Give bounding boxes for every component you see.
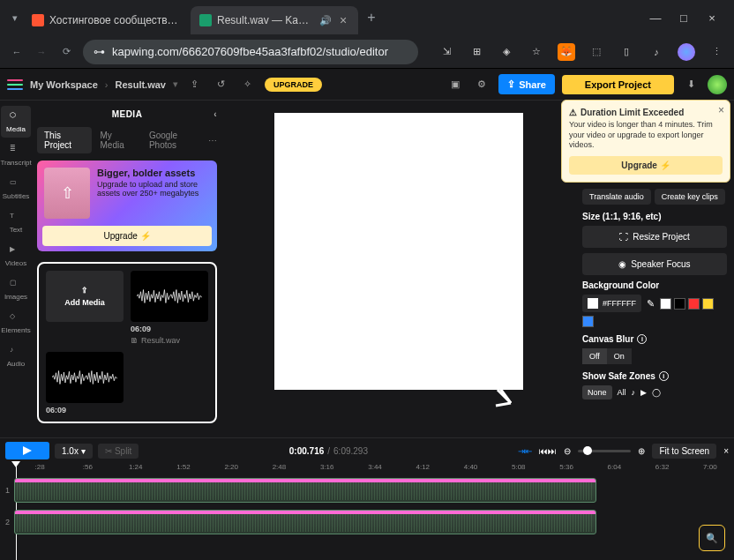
resize-project-button[interactable]: ⛶Resize Project (582, 226, 727, 248)
rail-item-audio[interactable]: ♪Audio (1, 340, 31, 372)
settings-icon[interactable]: ⚙ (472, 75, 491, 94)
file-icon: 🗎 (131, 336, 139, 345)
rail-item-elements[interactable]: ◇Elements (1, 307, 31, 339)
video-canvas[interactable] (274, 113, 523, 390)
translate-audio-button[interactable]: Translate audio (582, 189, 651, 205)
promo-card: ⇧ Bigger, bolder assets Upgrade to uploa… (37, 161, 217, 251)
music-icon[interactable]: ♪ (648, 43, 665, 61)
minimize-button[interactable]: — (649, 11, 662, 25)
subtab-google-photos[interactable]: Google Photos (142, 127, 206, 153)
site-security-icon[interactable]: ⊶ (94, 45, 105, 58)
youtube-icon[interactable]: ▶ (640, 388, 647, 397)
history-icon[interactable]: ↺ (212, 75, 231, 94)
add-media-button[interactable]: ⇪ Add Media (46, 271, 124, 322)
back-button[interactable]: ← (9, 44, 25, 60)
search-fab[interactable]: 🔍 (699, 525, 725, 551)
instagram-icon[interactable]: ◯ (652, 388, 661, 397)
lens-icon[interactable]: ◈ (498, 43, 515, 61)
breadcrumb-workspace[interactable]: My Workspace (30, 79, 98, 90)
maximize-button[interactable]: □ (678, 11, 690, 25)
subtab-this-project[interactable]: This Project (37, 127, 92, 153)
magic-icon[interactable]: ✧ (238, 75, 258, 94)
rail-item-videos[interactable]: ▶Videos (1, 240, 31, 272)
close-timeline-icon[interactable]: × (723, 446, 729, 456)
close-icon[interactable]: × (337, 14, 349, 26)
rail-item-transcript[interactable]: ≣Transcript (1, 139, 31, 171)
url-input[interactable]: ⊶ kapwing.com/666207609fbe45aa3fafbf02/s… (83, 40, 418, 64)
play-button[interactable] (5, 442, 49, 459)
close-icon[interactable]: × (718, 104, 724, 116)
metamask-icon[interactable]: 🦊 (558, 43, 575, 61)
media-duration: 06:09 (131, 325, 208, 333)
browser-tab[interactable]: Хостинговое сообщество «Tim (23, 6, 191, 34)
timeline-ruler[interactable]: :28:561:241:522:202:483:163:444:124:405:… (0, 463, 734, 477)
rail-item-media[interactable]: ⬡Media (1, 106, 31, 138)
media-panel: MEDIA ‹ This Project My Media Google Pho… (32, 101, 222, 437)
audio-clip[interactable] (14, 478, 596, 503)
extensions-icon[interactable]: ⬚ (588, 43, 605, 61)
track-row: 1 (16, 477, 729, 504)
split-button[interactable]: ✂Split (98, 444, 139, 459)
browser-tab-active[interactable]: Result.wav — Kapwing 🔊 × (191, 6, 358, 34)
tab-dropdown-icon[interactable]: ▾ (7, 10, 23, 26)
eyedropper-icon[interactable]: ✎ (647, 298, 655, 310)
rail-item-subtitles[interactable]: ▭Subtitles (1, 173, 31, 205)
main-menu-button[interactable] (7, 79, 23, 90)
side-panel-icon[interactable]: ▯ (618, 43, 635, 61)
profile-avatar[interactable] (678, 43, 695, 61)
skip-controls-icon[interactable]: ⏮⏭ (539, 446, 557, 456)
new-tab-button[interactable]: + (363, 10, 379, 26)
swatch-black[interactable] (674, 298, 685, 310)
media-thumbnail[interactable] (46, 352, 124, 403)
fit-to-screen-button[interactable]: Fit to Screen (652, 444, 716, 459)
media-thumbnail[interactable] (131, 271, 208, 322)
breadcrumb-file[interactable]: Result.wav (116, 79, 166, 90)
install-app-icon[interactable]: ⇲ (438, 43, 455, 61)
speed-select[interactable]: 1.0x▾ (55, 444, 93, 459)
upgrade-pill[interactable]: UPGRADE (265, 78, 322, 92)
toast-upgrade-button[interactable]: Upgrade ⚡ (569, 156, 723, 175)
safe-all[interactable]: All (618, 388, 626, 397)
collapse-panel-icon[interactable]: ‹ (213, 109, 217, 119)
audio-clip[interactable] (14, 510, 596, 534)
swatch-red[interactable] (688, 298, 700, 310)
tab-speaker-icon[interactable]: 🔊 (319, 15, 332, 26)
kebab-menu-icon[interactable]: ⋮ (708, 43, 725, 61)
create-key-clips-button[interactable]: Create key clips (655, 189, 725, 205)
user-avatar[interactable] (708, 75, 727, 94)
media-icon: ⬡ (10, 111, 22, 123)
assets-icon[interactable]: ▣ (446, 75, 465, 94)
swatch-white[interactable] (660, 298, 671, 310)
snap-icon[interactable]: ⇥⇤ (518, 446, 532, 456)
swatch-blue[interactable] (582, 316, 594, 327)
promo-upgrade-button[interactable]: Upgrade ⚡ (42, 226, 212, 246)
audio-icon: ♪ (10, 346, 22, 358)
zoom-slider[interactable] (578, 450, 631, 452)
safe-none[interactable]: None (582, 385, 612, 399)
share-export-icon[interactable]: ⇪ (185, 75, 205, 94)
forward-button[interactable]: → (34, 44, 49, 60)
zoom-in-icon[interactable]: ⊕ (638, 446, 645, 456)
star-icon[interactable]: ☆ (528, 43, 545, 61)
reload-button[interactable]: ⟳ (58, 44, 74, 60)
rail-item-images[interactable]: ▢Images (1, 273, 31, 305)
tiktok-icon[interactable]: ♪ (632, 388, 636, 397)
share-button[interactable]: ⇪Share (498, 74, 555, 94)
more-icon[interactable]: ⋯ (208, 136, 217, 146)
info-icon[interactable]: i (659, 371, 669, 381)
color-swatches (660, 298, 714, 310)
blur-toggle[interactable]: OffOn (582, 348, 727, 364)
swatch-yellow[interactable] (702, 298, 714, 310)
hex-color-input[interactable]: #FFFFFF (582, 295, 641, 312)
close-button[interactable]: × (706, 11, 718, 25)
rail-item-text[interactable]: TText (1, 206, 31, 238)
subtab-my-media[interactable]: My Media (94, 127, 140, 153)
speaker-focus-button[interactable]: ◉Speaker Focus (582, 253, 727, 275)
favicon-icon (199, 14, 212, 26)
info-icon[interactable]: i (637, 334, 647, 344)
zoom-out-icon[interactable]: ⊖ (564, 446, 571, 456)
translate-icon[interactable]: ⊞ (468, 43, 485, 61)
download-icon[interactable]: ⬇ (681, 75, 700, 94)
export-button[interactable]: Export Project (562, 75, 674, 94)
chevron-down-icon[interactable]: ▾ (173, 78, 178, 90)
